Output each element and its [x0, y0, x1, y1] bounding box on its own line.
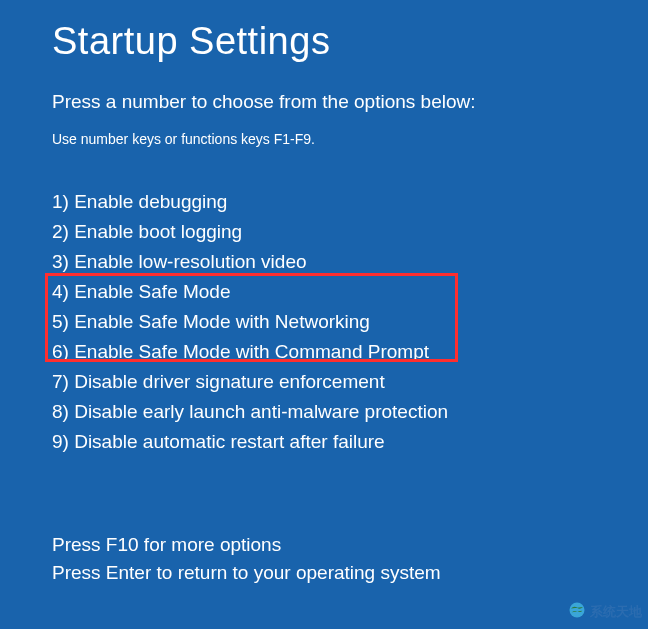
footer-more-options: Press F10 for more options — [52, 531, 441, 559]
option-7-disable-driver-sig[interactable]: 7) Disable driver signature enforcement — [52, 367, 596, 397]
svg-point-0 — [570, 603, 585, 618]
watermark-text: 系统天地 — [590, 603, 642, 621]
footer: Press F10 for more options Press Enter t… — [52, 531, 441, 587]
option-8-disable-antimalware[interactable]: 8) Disable early launch anti-malware pro… — [52, 397, 596, 427]
footer-return: Press Enter to return to your operating … — [52, 559, 441, 587]
option-6-safe-mode-cmd[interactable]: 6) Enable Safe Mode with Command Prompt — [52, 337, 596, 367]
option-5-safe-mode-networking[interactable]: 5) Enable Safe Mode with Networking — [52, 307, 596, 337]
hint-text: Use number keys or functions keys F1-F9. — [52, 131, 596, 147]
startup-settings-screen: Startup Settings Press a number to choos… — [0, 0, 648, 457]
option-4-safe-mode[interactable]: 4) Enable Safe Mode — [52, 277, 596, 307]
option-9-disable-auto-restart[interactable]: 9) Disable automatic restart after failu… — [52, 427, 596, 457]
subtitle: Press a number to choose from the option… — [52, 91, 596, 113]
watermark: 系统天地 — [568, 601, 642, 623]
option-2-boot-logging[interactable]: 2) Enable boot logging — [52, 217, 596, 247]
option-3-low-res-video[interactable]: 3) Enable low-resolution video — [52, 247, 596, 277]
globe-icon — [568, 601, 586, 623]
page-title: Startup Settings — [52, 20, 596, 63]
option-1-debugging[interactable]: 1) Enable debugging — [52, 187, 596, 217]
options-list: 1) Enable debugging 2) Enable boot loggi… — [52, 187, 596, 457]
